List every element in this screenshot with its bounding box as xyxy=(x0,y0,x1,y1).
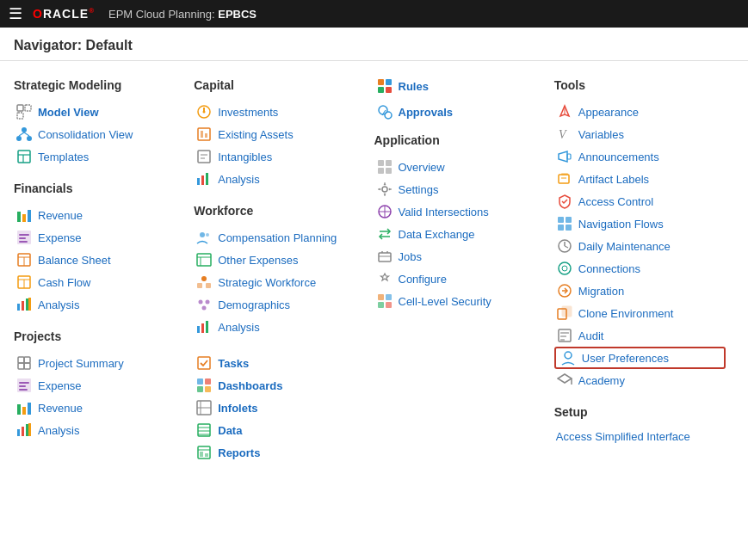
nav-item-compensation-planning[interactable]: Compensation Planning xyxy=(194,226,365,249)
nav-item-expense[interactable]: Expense xyxy=(14,226,185,249)
nav-item-variables[interactable]: V Variables xyxy=(554,123,726,145)
nav-label-investments: Investments xyxy=(218,106,278,119)
nav-item-cash-flow[interactable]: Cash Flow xyxy=(14,271,185,293)
nav-label-connections: Connections xyxy=(578,262,640,275)
hamburger-menu-icon[interactable]: ☰ xyxy=(9,4,22,23)
section-title-tools: Tools xyxy=(554,78,726,92)
nav-label-announcements: Announcements xyxy=(578,151,659,163)
nav-item-analysis-projects[interactable]: Analysis xyxy=(14,419,185,441)
nav-label-dashboards: Dashboards xyxy=(218,379,282,392)
svg-rect-29 xyxy=(24,357,30,363)
nav-item-navigation-flows[interactable]: Navigation Flows xyxy=(554,212,726,235)
nav-item-analysis-capital[interactable]: Analysis xyxy=(194,168,365,190)
nav-item-artifact-labels[interactable]: Artifact Labels xyxy=(554,168,726,190)
nav-item-approvals[interactable]: Approvals xyxy=(374,101,546,123)
nav-label-analysis-capital: Analysis xyxy=(218,173,259,186)
nav-label-infolets: Infolets xyxy=(218,402,257,415)
svg-rect-48 xyxy=(205,133,207,138)
svg-rect-87 xyxy=(378,87,384,93)
svg-rect-40 xyxy=(22,427,24,436)
nav-item-audit[interactable]: Audit xyxy=(554,324,726,347)
nav-item-revenue[interactable]: Revenue xyxy=(14,204,185,226)
app-title-label: EPM Cloud Planning: EPBCS xyxy=(108,8,257,21)
nav-item-settings[interactable]: Settings xyxy=(374,178,546,200)
svg-line-121 xyxy=(565,246,568,248)
rules-icon xyxy=(376,77,393,95)
nav-label-consolidation-view: Consolidation View xyxy=(38,128,133,141)
nav-item-analysis-workforce[interactable]: Analysis xyxy=(194,316,365,338)
nav-item-announcements[interactable]: Announcements xyxy=(554,145,726,168)
nav-item-valid-intersections[interactable]: Valid Intersections xyxy=(374,200,546,223)
artifact-labels-icon xyxy=(556,170,573,188)
nav-item-clone-environment[interactable]: Clone Environment xyxy=(554,302,726,324)
jobs-icon xyxy=(376,248,393,265)
nav-item-jobs[interactable]: Jobs xyxy=(374,245,546,268)
nav-item-strategic-workforce[interactable]: Strategic Workforce xyxy=(194,271,365,293)
nav-item-balance-sheet[interactable]: Balance Sheet xyxy=(14,249,185,271)
appearance-icon xyxy=(556,103,573,120)
main-content: Strategic Modeling Model View Consolidat… xyxy=(0,75,748,464)
nav-item-investments[interactable]: Investments xyxy=(194,101,365,123)
svg-rect-24 xyxy=(17,304,20,311)
nav-item-existing-assets[interactable]: Existing Assets xyxy=(194,123,365,145)
analysis-financials-icon xyxy=(15,296,33,313)
svg-point-90 xyxy=(385,112,392,119)
nav-item-overview[interactable]: Overview xyxy=(374,156,546,178)
nav-item-access-simplified-interface[interactable]: Access Simplified Interface xyxy=(554,428,726,446)
nav-label-data-exchange: Data Exchange xyxy=(399,228,475,241)
nav-item-connections[interactable]: Connections xyxy=(554,257,726,280)
svg-rect-17 xyxy=(19,241,28,243)
nav-item-dashboards[interactable]: Dashboards xyxy=(194,374,365,397)
nav-item-demographics[interactable]: Demographics xyxy=(194,293,365,316)
variables-icon: V xyxy=(556,126,573,143)
nav-item-intangibles[interactable]: Intangibles xyxy=(194,145,365,168)
nav-item-data[interactable]: Data xyxy=(194,419,365,441)
section-title-workforce: Workforce xyxy=(194,204,365,218)
nav-item-reports[interactable]: Reports xyxy=(194,441,365,464)
nav-item-model-view[interactable]: Model View xyxy=(14,101,185,123)
nav-item-migration[interactable]: Migration xyxy=(554,280,726,302)
nav-item-tasks[interactable]: Tasks xyxy=(194,352,365,374)
intangibles-icon xyxy=(195,148,213,165)
nav-item-project-summary[interactable]: Project Summary xyxy=(14,352,185,374)
svg-rect-16 xyxy=(19,237,26,239)
nav-item-analysis-financials[interactable]: Analysis xyxy=(14,293,185,316)
nav-label-cell-level-security: Cell-Level Security xyxy=(399,295,491,308)
svg-rect-47 xyxy=(201,131,203,138)
reports-icon xyxy=(195,444,213,461)
nav-label-analysis-financials: Analysis xyxy=(38,298,79,311)
nav-label-analysis-projects: Analysis xyxy=(38,424,79,437)
svg-rect-25 xyxy=(22,301,24,311)
nav-item-configure[interactable]: Configure xyxy=(374,268,546,290)
nav-label-expense: Expense xyxy=(38,231,82,244)
strategic-workforce-icon xyxy=(195,274,213,291)
svg-rect-53 xyxy=(201,175,204,185)
svg-rect-2 xyxy=(17,113,23,119)
svg-rect-86 xyxy=(386,79,392,85)
nav-item-revenue-projects[interactable]: Revenue xyxy=(14,397,185,419)
nav-item-data-exchange[interactable]: Data Exchange xyxy=(374,223,546,245)
nav-label-rules: Rules xyxy=(399,80,429,93)
svg-rect-94 xyxy=(378,168,384,174)
nav-item-cell-level-security[interactable]: Cell-Level Security xyxy=(374,290,546,312)
nav-item-consolidation-view[interactable]: Consolidation View xyxy=(14,123,185,145)
svg-rect-0 xyxy=(17,105,23,111)
connections-icon xyxy=(556,260,573,277)
nav-item-other-expenses[interactable]: Other Expenses xyxy=(194,249,365,271)
nav-item-academy[interactable]: Academy xyxy=(554,369,726,391)
expense-projects-icon xyxy=(15,377,33,394)
nav-item-daily-maintenance[interactable]: Daily Maintenance xyxy=(554,235,726,257)
settings-icon xyxy=(376,181,393,198)
nav-item-access-control[interactable]: Access Control xyxy=(554,190,726,212)
nav-label-academy: Academy xyxy=(578,374,625,387)
nav-item-user-preferences[interactable]: User Preferences xyxy=(554,347,726,369)
nav-item-expense-projects[interactable]: Expense xyxy=(14,374,185,397)
nav-item-templates[interactable]: Templates xyxy=(14,145,185,168)
svg-point-45 xyxy=(203,111,206,114)
nav-item-appearance[interactable]: Appearance xyxy=(554,101,726,123)
nav-label-templates: Templates xyxy=(38,151,89,163)
nav-item-infolets[interactable]: Infolets xyxy=(194,397,365,419)
nav-label-user-preferences: User Preferences xyxy=(582,352,669,365)
nav-item-rules[interactable]: Rules xyxy=(374,75,546,97)
compensation-planning-icon xyxy=(195,229,213,246)
